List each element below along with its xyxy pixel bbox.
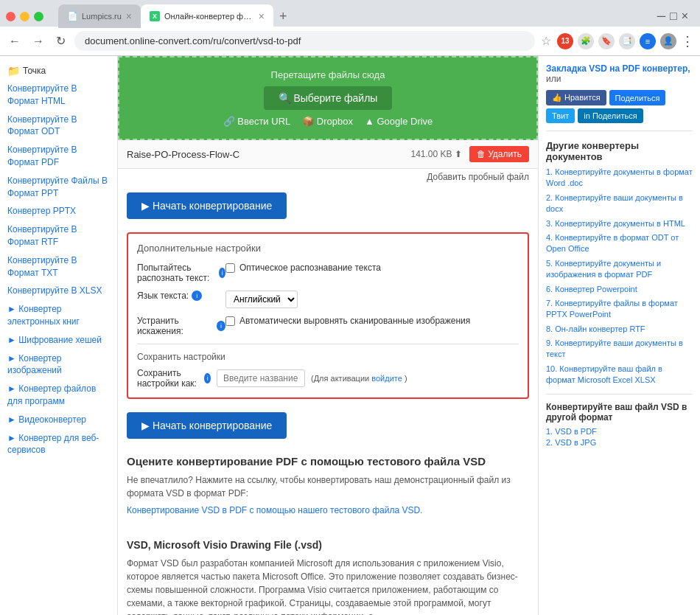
vsd-title: VSD, Microsoft Visio Drawing File (.vsd): [127, 539, 529, 551]
sidebar-item-12[interactable]: ► Видеоконвертер: [0, 411, 117, 429]
sidebar-item-3[interactable]: Конвертируйте Файлы В Формат PPT: [0, 172, 117, 203]
ocr-value: Оптическое распознавание текста: [225, 263, 519, 273]
gdrive-link[interactable]: ▲ Google Drive: [365, 116, 433, 127]
forward-btn[interactable]: →: [29, 33, 47, 49]
fb-like-btn[interactable]: 👍 Нравится: [546, 90, 606, 105]
add-sample: Добавить пробный файл: [118, 169, 538, 185]
ocr-checkbox[interactable]: [225, 263, 235, 273]
rp-converter-8[interactable]: Конвертируйте ваши документы в текст: [546, 338, 693, 361]
save-section: Сохранить настройки Сохранить настройки …: [137, 344, 519, 389]
browser-chrome: 📄 Lumpics.ru × X Онлайн-конвертер файлов…: [0, 0, 700, 56]
tab-favicon-lumpics: 📄: [67, 11, 77, 21]
distortion-row: Устранить искажения: i Автоматически выр…: [137, 316, 519, 336]
new-tab-btn[interactable]: +: [273, 9, 293, 24]
rp-vsd-1[interactable]: VSD в JPG: [546, 438, 693, 447]
tab-title-lumpics: Lumpics.ru: [82, 12, 122, 21]
lang-info-icon[interactable]: i: [192, 291, 202, 301]
linkedin-btn[interactable]: in Поделиться: [578, 108, 643, 123]
section1-link[interactable]: Конвертирование VSD в PDF с помощью наше…: [127, 505, 422, 515]
convert-btn-2[interactable]: ▶ Начать конвертирование: [127, 412, 287, 439]
rp-intro-link[interactable]: Закладка VSD на PDF конвертер,: [546, 63, 690, 74]
rp-converter-4[interactable]: Конвертируйте документы и изображения в …: [546, 258, 693, 281]
rp-converter-2[interactable]: Конвертируйте документы в HTML: [546, 218, 693, 229]
tab-lumpics[interactable]: 📄 Lumpics.ru ×: [58, 4, 141, 28]
rp-converter-9[interactable]: Конвертируйте ваш файл в формат Microsof…: [546, 364, 693, 386]
rp-vsd-0[interactable]: VSD в PDF: [546, 427, 693, 436]
rp-converter-5[interactable]: Конвертер Powerpoint: [546, 284, 693, 295]
ocr-label: Попытайтесь распознать текст: i: [137, 263, 225, 283]
section1-text: Не впечатлило? Нажмите на ссылку, чтобы …: [127, 473, 529, 500]
tab-converter[interactable]: X Онлайн-конвертер файлов VSD... ×: [141, 4, 273, 28]
distortion-checkbox[interactable]: [225, 316, 235, 326]
account-icon[interactable]: ≡: [640, 33, 656, 49]
sidebar-item-4[interactable]: Конвертер PPTX: [0, 202, 117, 220]
distortion-value: Автоматически выровнять сканированные из…: [225, 316, 519, 326]
sidebar-item-8[interactable]: ► Конвертер электронных книг: [0, 300, 117, 331]
minimize-window-btn[interactable]: ─: [657, 10, 665, 23]
vsd-section: VSD, Microsoft Visio Drawing File (.vsd)…: [118, 524, 538, 615]
sidebar-item-11[interactable]: ► Конвертер файлов для программ: [0, 380, 117, 411]
save-info-icon[interactable]: i: [204, 373, 211, 383]
ocr-checkbox-label[interactable]: Оптическое распознавание текста: [225, 263, 519, 273]
sidebar-item-0[interactable]: Конвертируйте В Формат HTML: [0, 80, 117, 111]
social-buttons: 👍 Нравится Поделиться Твит in Поделиться: [546, 90, 693, 123]
close-window-btn[interactable]: ×: [682, 10, 688, 23]
sidebar-item-2[interactable]: Конвертируйте В Формат PDF: [0, 141, 117, 172]
rp-converter-0[interactable]: Конвертируйте документы в формат Word .d…: [546, 167, 693, 190]
profile-icon[interactable]: 👤: [660, 33, 676, 49]
minimize-btn[interactable]: [20, 12, 29, 21]
sidebar-item-7[interactable]: Конвертируйте В XLSX: [0, 282, 117, 300]
sidebar-folder[interactable]: 📁 Точка: [0, 62, 117, 80]
rp-converter-1[interactable]: Конвертируйте ваши документы в docx: [546, 192, 693, 215]
ocr-info-icon[interactable]: i: [219, 268, 225, 278]
bookmark-icon[interactable]: ☆: [541, 34, 551, 48]
rp-vsd-convert-list: VSD в PDF VSD в JPG: [546, 427, 693, 447]
tab-close-converter[interactable]: ×: [259, 11, 265, 21]
fb-share-btn[interactable]: Поделиться: [609, 90, 666, 105]
menu-btn[interactable]: ⋮: [681, 33, 694, 49]
rp-converter-6[interactable]: Конвертируйте файлы в формат PPTX PowerP…: [546, 298, 693, 321]
activation-link[interactable]: войдите: [371, 374, 402, 383]
tab-close-lumpics[interactable]: ×: [126, 11, 132, 21]
sidebar-item-6[interactable]: Конвертируйте В Формат TXT: [0, 251, 117, 282]
back-btn[interactable]: ←: [6, 33, 24, 49]
close-btn[interactable]: [6, 12, 15, 21]
file-row: Raise-PO-Process-Flow-C 141.00 KB ⬆ 🗑 Уд…: [118, 140, 538, 169]
distortion-label: Устранить искажения: i: [137, 316, 225, 336]
sidebar-item-5[interactable]: Конвертируйте В Формат RTF: [0, 220, 117, 251]
convert-btn-1[interactable]: ▶ Начать конвертирование: [127, 192, 287, 219]
url-input[interactable]: [74, 31, 535, 51]
save-label: Сохранить настройки как: i: [137, 368, 211, 389]
sidebar-item-9[interactable]: ► Шифрование хешей: [0, 331, 117, 350]
rp-vsd-convert-title: Конвертируйте ваш файл VSD в другой форм…: [546, 402, 693, 423]
distortion-info-icon[interactable]: i: [217, 321, 225, 331]
rp-converters-list: Конвертируйте документы в формат Word .d…: [546, 167, 693, 386]
extension-icon-4[interactable]: 📑: [619, 33, 635, 49]
sidebar-item-13[interactable]: ► Конвертер для веб-сервисов: [0, 429, 117, 460]
distortion-checkbox-label[interactable]: Автоматически выровнять сканированные из…: [225, 316, 519, 326]
rp-converter-3[interactable]: Конвертируйте в формат ODT от Open Offic…: [546, 232, 693, 255]
url-link[interactable]: 🔗 Ввести URL: [223, 116, 291, 127]
sidebar-item-1[interactable]: Конвертируйте В Формат ODT: [0, 111, 117, 142]
twitter-btn[interactable]: Твит: [546, 108, 575, 123]
main-layout: 📁 Точка Конвертируйте В Формат HTML Конв…: [0, 56, 700, 615]
delete-btn[interactable]: 🗑 Удалить: [469, 146, 529, 162]
rp-converter-7[interactable]: Он-лайн конвертер RTF: [546, 324, 693, 335]
extension-icon-2[interactable]: 🧩: [578, 33, 594, 49]
sidebar-item-10[interactable]: ► Конвертер изображений: [0, 350, 117, 381]
address-bar: ← → ↻ ☆ 13 🧩 🔖 📑 ≡ 👤 ⋮: [0, 27, 700, 56]
tab-favicon-converter: X: [150, 11, 160, 21]
refresh-btn[interactable]: ↻: [53, 32, 69, 49]
tab-title-converter: Онлайн-конвертер файлов VSD...: [164, 12, 254, 21]
select-files-btn[interactable]: 🔍 Выберите файлы: [264, 86, 393, 110]
dropbox-link[interactable]: 📦 Dropbox: [302, 116, 353, 127]
lang-select[interactable]: Английский: [225, 291, 298, 308]
maximize-window-btn[interactable]: □: [670, 10, 677, 23]
extension-icon-1[interactable]: 13: [557, 33, 573, 49]
drag-text: Перетащите файлы сюда: [131, 69, 525, 80]
maximize-btn[interactable]: [34, 12, 43, 21]
lang-value: Английский: [225, 291, 519, 308]
lang-row: Язык текста: i Английский: [137, 291, 519, 308]
save-name-input[interactable]: [217, 369, 305, 387]
extension-icon-3[interactable]: 🔖: [598, 33, 615, 49]
